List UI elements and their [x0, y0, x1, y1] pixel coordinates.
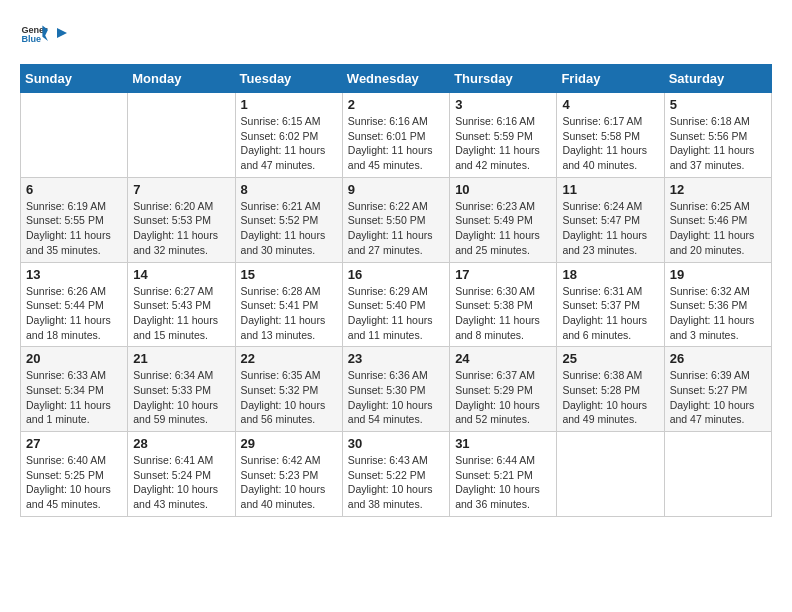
day-number: 4: [562, 97, 658, 112]
day-number: 28: [133, 436, 229, 451]
calendar-cell: 17Sunrise: 6:30 AM Sunset: 5:38 PM Dayli…: [450, 262, 557, 347]
day-info: Sunrise: 6:43 AM Sunset: 5:22 PM Dayligh…: [348, 453, 444, 512]
calendar-cell: 13Sunrise: 6:26 AM Sunset: 5:44 PM Dayli…: [21, 262, 128, 347]
calendar-week-row: 13Sunrise: 6:26 AM Sunset: 5:44 PM Dayli…: [21, 262, 772, 347]
calendar-week-row: 6Sunrise: 6:19 AM Sunset: 5:55 PM Daylig…: [21, 177, 772, 262]
calendar-cell: [128, 93, 235, 178]
svg-text:Blue: Blue: [21, 34, 41, 44]
day-info: Sunrise: 6:27 AM Sunset: 5:43 PM Dayligh…: [133, 284, 229, 343]
day-info: Sunrise: 6:18 AM Sunset: 5:56 PM Dayligh…: [670, 114, 766, 173]
day-header-thursday: Thursday: [450, 65, 557, 93]
calendar-cell: 25Sunrise: 6:38 AM Sunset: 5:28 PM Dayli…: [557, 347, 664, 432]
logo-icon: General Blue: [20, 20, 48, 48]
day-info: Sunrise: 6:39 AM Sunset: 5:27 PM Dayligh…: [670, 368, 766, 427]
day-number: 6: [26, 182, 122, 197]
calendar-week-row: 20Sunrise: 6:33 AM Sunset: 5:34 PM Dayli…: [21, 347, 772, 432]
calendar-week-row: 1Sunrise: 6:15 AM Sunset: 6:02 PM Daylig…: [21, 93, 772, 178]
day-header-tuesday: Tuesday: [235, 65, 342, 93]
day-info: Sunrise: 6:16 AM Sunset: 5:59 PM Dayligh…: [455, 114, 551, 173]
calendar-week-row: 27Sunrise: 6:40 AM Sunset: 5:25 PM Dayli…: [21, 432, 772, 517]
day-number: 1: [241, 97, 337, 112]
svg-marker-3: [57, 28, 67, 38]
day-info: Sunrise: 6:38 AM Sunset: 5:28 PM Dayligh…: [562, 368, 658, 427]
day-info: Sunrise: 6:31 AM Sunset: 5:37 PM Dayligh…: [562, 284, 658, 343]
calendar-cell: 16Sunrise: 6:29 AM Sunset: 5:40 PM Dayli…: [342, 262, 449, 347]
calendar-cell: 15Sunrise: 6:28 AM Sunset: 5:41 PM Dayli…: [235, 262, 342, 347]
day-number: 12: [670, 182, 766, 197]
calendar-header-row: SundayMondayTuesdayWednesdayThursdayFrid…: [21, 65, 772, 93]
day-number: 27: [26, 436, 122, 451]
day-info: Sunrise: 6:15 AM Sunset: 6:02 PM Dayligh…: [241, 114, 337, 173]
calendar-cell: 11Sunrise: 6:24 AM Sunset: 5:47 PM Dayli…: [557, 177, 664, 262]
calendar-cell: 20Sunrise: 6:33 AM Sunset: 5:34 PM Dayli…: [21, 347, 128, 432]
day-info: Sunrise: 6:44 AM Sunset: 5:21 PM Dayligh…: [455, 453, 551, 512]
calendar-cell: 12Sunrise: 6:25 AM Sunset: 5:46 PM Dayli…: [664, 177, 771, 262]
day-info: Sunrise: 6:29 AM Sunset: 5:40 PM Dayligh…: [348, 284, 444, 343]
day-header-wednesday: Wednesday: [342, 65, 449, 93]
day-info: Sunrise: 6:30 AM Sunset: 5:38 PM Dayligh…: [455, 284, 551, 343]
day-info: Sunrise: 6:42 AM Sunset: 5:23 PM Dayligh…: [241, 453, 337, 512]
calendar-cell: [557, 432, 664, 517]
day-number: 18: [562, 267, 658, 282]
day-info: Sunrise: 6:22 AM Sunset: 5:50 PM Dayligh…: [348, 199, 444, 258]
day-number: 10: [455, 182, 551, 197]
calendar-cell: [664, 432, 771, 517]
calendar-cell: 10Sunrise: 6:23 AM Sunset: 5:49 PM Dayli…: [450, 177, 557, 262]
day-header-friday: Friday: [557, 65, 664, 93]
day-number: 29: [241, 436, 337, 451]
day-number: 24: [455, 351, 551, 366]
calendar-cell: 18Sunrise: 6:31 AM Sunset: 5:37 PM Dayli…: [557, 262, 664, 347]
day-number: 30: [348, 436, 444, 451]
calendar-cell: 21Sunrise: 6:34 AM Sunset: 5:33 PM Dayli…: [128, 347, 235, 432]
calendar-table: SundayMondayTuesdayWednesdayThursdayFrid…: [20, 64, 772, 517]
calendar-cell: 26Sunrise: 6:39 AM Sunset: 5:27 PM Dayli…: [664, 347, 771, 432]
calendar-cell: [21, 93, 128, 178]
day-info: Sunrise: 6:35 AM Sunset: 5:32 PM Dayligh…: [241, 368, 337, 427]
day-info: Sunrise: 6:25 AM Sunset: 5:46 PM Dayligh…: [670, 199, 766, 258]
day-number: 5: [670, 97, 766, 112]
calendar-cell: 28Sunrise: 6:41 AM Sunset: 5:24 PM Dayli…: [128, 432, 235, 517]
day-number: 19: [670, 267, 766, 282]
calendar-cell: 24Sunrise: 6:37 AM Sunset: 5:29 PM Dayli…: [450, 347, 557, 432]
day-number: 26: [670, 351, 766, 366]
day-number: 23: [348, 351, 444, 366]
day-number: 9: [348, 182, 444, 197]
day-info: Sunrise: 6:16 AM Sunset: 6:01 PM Dayligh…: [348, 114, 444, 173]
day-number: 25: [562, 351, 658, 366]
calendar-cell: 4Sunrise: 6:17 AM Sunset: 5:58 PM Daylig…: [557, 93, 664, 178]
day-info: Sunrise: 6:34 AM Sunset: 5:33 PM Dayligh…: [133, 368, 229, 427]
day-info: Sunrise: 6:21 AM Sunset: 5:52 PM Dayligh…: [241, 199, 337, 258]
day-number: 11: [562, 182, 658, 197]
day-info: Sunrise: 6:37 AM Sunset: 5:29 PM Dayligh…: [455, 368, 551, 427]
calendar-cell: 8Sunrise: 6:21 AM Sunset: 5:52 PM Daylig…: [235, 177, 342, 262]
calendar-cell: 30Sunrise: 6:43 AM Sunset: 5:22 PM Dayli…: [342, 432, 449, 517]
day-info: Sunrise: 6:40 AM Sunset: 5:25 PM Dayligh…: [26, 453, 122, 512]
calendar-cell: 29Sunrise: 6:42 AM Sunset: 5:23 PM Dayli…: [235, 432, 342, 517]
calendar-cell: 9Sunrise: 6:22 AM Sunset: 5:50 PM Daylig…: [342, 177, 449, 262]
day-info: Sunrise: 6:36 AM Sunset: 5:30 PM Dayligh…: [348, 368, 444, 427]
day-number: 8: [241, 182, 337, 197]
calendar-cell: 1Sunrise: 6:15 AM Sunset: 6:02 PM Daylig…: [235, 93, 342, 178]
day-number: 22: [241, 351, 337, 366]
day-info: Sunrise: 6:33 AM Sunset: 5:34 PM Dayligh…: [26, 368, 122, 427]
logo-arrow-icon: [53, 24, 71, 42]
day-info: Sunrise: 6:28 AM Sunset: 5:41 PM Dayligh…: [241, 284, 337, 343]
day-number: 13: [26, 267, 122, 282]
calendar-cell: 31Sunrise: 6:44 AM Sunset: 5:21 PM Dayli…: [450, 432, 557, 517]
calendar-cell: 2Sunrise: 6:16 AM Sunset: 6:01 PM Daylig…: [342, 93, 449, 178]
day-header-sunday: Sunday: [21, 65, 128, 93]
day-number: 3: [455, 97, 551, 112]
day-info: Sunrise: 6:24 AM Sunset: 5:47 PM Dayligh…: [562, 199, 658, 258]
calendar-cell: 3Sunrise: 6:16 AM Sunset: 5:59 PM Daylig…: [450, 93, 557, 178]
calendar-cell: 5Sunrise: 6:18 AM Sunset: 5:56 PM Daylig…: [664, 93, 771, 178]
day-number: 16: [348, 267, 444, 282]
day-number: 15: [241, 267, 337, 282]
calendar-cell: 7Sunrise: 6:20 AM Sunset: 5:53 PM Daylig…: [128, 177, 235, 262]
calendar-cell: 27Sunrise: 6:40 AM Sunset: 5:25 PM Dayli…: [21, 432, 128, 517]
day-info: Sunrise: 6:26 AM Sunset: 5:44 PM Dayligh…: [26, 284, 122, 343]
day-info: Sunrise: 6:23 AM Sunset: 5:49 PM Dayligh…: [455, 199, 551, 258]
day-info: Sunrise: 6:19 AM Sunset: 5:55 PM Dayligh…: [26, 199, 122, 258]
day-info: Sunrise: 6:17 AM Sunset: 5:58 PM Dayligh…: [562, 114, 658, 173]
day-info: Sunrise: 6:32 AM Sunset: 5:36 PM Dayligh…: [670, 284, 766, 343]
day-info: Sunrise: 6:20 AM Sunset: 5:53 PM Dayligh…: [133, 199, 229, 258]
